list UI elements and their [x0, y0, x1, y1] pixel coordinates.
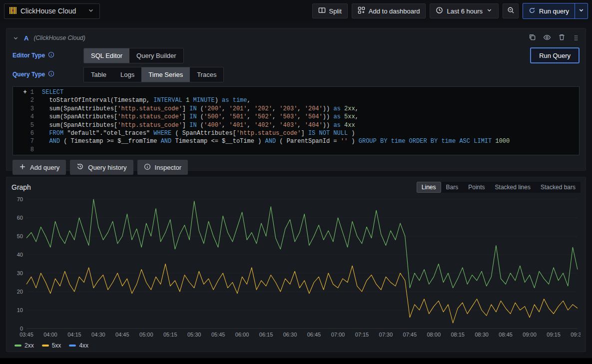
sql-line-gutter: 2 [13, 96, 42, 104]
svg-text:08:15: 08:15 [451, 332, 465, 338]
datasource-picker[interactable]: ClickHouse Cloud [4, 3, 100, 19]
svg-text:30: 30 [17, 270, 23, 276]
legend-item-5xx[interactable]: 5xx [42, 342, 61, 349]
legend-item-4xx[interactable]: 4xx [69, 342, 88, 349]
editor-type-label-wrap: Editor Type [12, 51, 78, 59]
sql-line-gutter: 7 [13, 137, 42, 145]
svg-text:04:30: 04:30 [91, 332, 105, 338]
svg-text:07:00: 07:00 [331, 332, 345, 338]
sql-line-gutter: 4 [13, 113, 42, 121]
sql-line: 3 sum(SpanAttributes['http.status_code']… [13, 105, 579, 113]
split-button[interactable]: Split [312, 3, 348, 18]
query-type-label: Query Type [12, 71, 45, 78]
graph-title: Graph [11, 183, 31, 191]
chart-svg: 01020304050607003:4504:0004:1504:3004:45… [11, 195, 581, 340]
sql-line-gutter: 8 [13, 146, 42, 154]
sql-line: 7 AND ( Timestamp >= $__fromTime AND Tim… [13, 137, 579, 145]
topbar: ClickHouse Cloud Split Add to dashboard [0, 0, 592, 22]
query-editor-panel: A (ClickHouse Cloud) Editor Type [6, 28, 586, 171]
clickhouse-logo-icon [9, 7, 16, 15]
sql-line-code: SELECT [42, 88, 63, 96]
run-query-button[interactable]: Run query [523, 3, 575, 18]
query-datasource-hint: (ClickHouse Cloud) [33, 34, 85, 41]
graph-mode-points[interactable]: Points [463, 182, 490, 193]
sql-line: 4 sum(SpanAttributes['http.status_code']… [13, 113, 579, 121]
graph-mode-stacked-lines[interactable]: Stacked lines [490, 182, 536, 193]
add-to-dashboard-button[interactable]: Add to dashboard [352, 3, 426, 18]
sql-line: 6 FROM "default"."otel_traces" WHERE ( S… [13, 129, 579, 137]
copy-icon [529, 33, 536, 42]
graph-mode-bars[interactable]: Bars [441, 182, 464, 193]
sql-line-code: sum(SpanAttributes['http.status_code'] I… [42, 121, 355, 129]
query-actions-row: Add query Query history Inspector [12, 160, 580, 175]
query-type-tabs: TableLogsTime SeriesTraces [83, 67, 224, 82]
query-type-tab-table[interactable]: Table [84, 67, 113, 82]
time-series-chart[interactable]: 01020304050607003:4504:0004:1504:3004:45… [11, 195, 581, 342]
series-line-2xx [26, 199, 578, 288]
editor-type-query-builder[interactable]: Query Builder [129, 48, 183, 63]
plus-icon [19, 163, 26, 172]
query-type-row: Query Type TableLogsTime SeriesTraces [12, 66, 580, 82]
svg-text:40: 40 [17, 252, 23, 258]
inspector-button[interactable]: Inspector [137, 160, 188, 175]
sql-code-editor[interactable]: +1SELECT2 toStartOfInterval(Timestamp, I… [12, 86, 580, 155]
add-query-button[interactable]: Add query [12, 160, 66, 175]
explore-page: ClickHouse Cloud Split Add to dashboard [0, 0, 592, 358]
legend-swatch [14, 345, 21, 347]
svg-text:07:45: 07:45 [403, 332, 417, 338]
time-range-picker[interactable]: Last 6 hours [430, 3, 499, 18]
query-type-label-wrap: Query Type [12, 70, 78, 78]
remove-query-button[interactable] [558, 33, 566, 43]
sql-line-gutter: +1 [13, 88, 42, 96]
query-history-button[interactable]: Query history [70, 160, 133, 175]
svg-text:05:15: 05:15 [163, 332, 177, 338]
sql-gutter-plus-icon[interactable]: + [23, 88, 27, 96]
duplicate-query-button[interactable] [529, 33, 536, 43]
chevron-down-icon [578, 7, 585, 15]
editor-type-toggle: SQL EditorQuery Builder [83, 48, 184, 63]
zoom-out-button[interactable] [503, 3, 519, 18]
graph-mode-toggle: LinesBarsPointsStacked linesStacked bars [417, 182, 581, 193]
svg-text:10: 10 [17, 307, 23, 313]
info-circle-icon[interactable] [48, 51, 54, 59]
run-query-dropdown[interactable] [575, 3, 588, 18]
svg-text:08:30: 08:30 [475, 332, 489, 338]
graph-mode-lines[interactable]: Lines [417, 182, 441, 193]
trash-icon [558, 33, 566, 42]
chevron-down-icon [87, 7, 94, 15]
sql-line-code: sum(SpanAttributes['http.status_code'] I… [42, 105, 359, 113]
legend-swatch [69, 345, 76, 347]
svg-text:09:15: 09:15 [547, 332, 561, 338]
toggle-visibility-button[interactable] [543, 33, 551, 43]
panel-run-query-button[interactable]: Run Query [530, 47, 580, 63]
sql-line: 8 [13, 146, 579, 154]
svg-text:04:00: 04:00 [43, 332, 57, 338]
legend-item-2xx[interactable]: 2xx [14, 342, 34, 349]
eye-icon [543, 33, 551, 43]
svg-text:50: 50 [17, 233, 23, 239]
sql-line-code: sum(SpanAttributes['http.status_code'] I… [42, 113, 359, 121]
query-type-tab-traces[interactable]: Traces [190, 67, 223, 82]
query-type-tab-logs[interactable]: Logs [113, 67, 141, 82]
svg-text:06:15: 06:15 [259, 332, 273, 338]
svg-text:09:00: 09:00 [523, 332, 537, 338]
info-circle-icon[interactable] [48, 70, 54, 78]
topbar-actions: Split Add to dashboard Last 6 hours [312, 3, 588, 19]
editor-type-sql-editor[interactable]: SQL Editor [84, 48, 129, 63]
svg-text:06:45: 06:45 [307, 332, 321, 338]
sql-line-gutter: 3 [13, 105, 42, 113]
sql-line-code: AND ( Timestamp >= $__fromTime AND Times… [42, 137, 510, 145]
svg-text:07:15: 07:15 [355, 332, 369, 338]
sql-line-gutter: 6 [13, 129, 42, 137]
sql-line-code: toStartOfInterval(Timestamp, INTERVAL 1 … [42, 96, 251, 104]
series-line-5xx [26, 264, 578, 323]
refresh-icon [529, 7, 536, 15]
drag-handle-icon[interactable] [573, 33, 580, 43]
editor-type-label: Editor Type [12, 52, 45, 59]
query-row-header: A (ClickHouse Cloud) [12, 31, 580, 44]
collapse-query-chevron-icon[interactable] [12, 35, 19, 41]
graph-mode-stacked-bars[interactable]: Stacked bars [536, 182, 581, 193]
query-type-tab-time-series[interactable]: Time Series [141, 67, 190, 82]
sql-line-gutter: 5 [13, 121, 42, 129]
chart-legend: 2xx5xx4xx [11, 342, 581, 350]
